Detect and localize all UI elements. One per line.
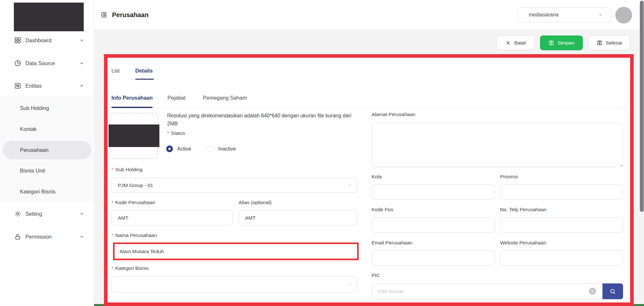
gear-icon	[14, 210, 21, 217]
finish-button[interactable]: Selesai	[589, 35, 630, 50]
save-icon	[597, 40, 602, 46]
sidebar-item-kontak[interactable]: Kontak	[0, 123, 94, 135]
sidebar-item-label: Sub Holding	[20, 105, 49, 111]
sidebar-item-label: Kategori Bisnis	[20, 189, 55, 195]
sidebar-item-label: Setting	[25, 211, 42, 217]
radio-active[interactable]	[166, 145, 173, 152]
page-title: Perusahaan	[112, 0, 148, 30]
annotation-red-highlight	[113, 242, 359, 260]
divider	[108, 108, 630, 108]
workspace-select-value: mediasarana	[529, 12, 559, 18]
website-label: Website Perusahaan	[500, 240, 546, 246]
upload-hint-text: Resolusi yang direkomendasikan adalah 64…	[167, 112, 354, 128]
kategori-bisnis-select[interactable]	[111, 276, 357, 292]
chevron-up-icon	[79, 83, 84, 88]
save-button-label: Simpan	[557, 40, 574, 46]
status-label: *Status	[167, 130, 185, 136]
chevron-down-icon	[347, 282, 352, 287]
alias-label: Alias (optional)	[239, 200, 272, 205]
subtab-pejabat[interactable]: Pejabat	[167, 95, 185, 101]
sidebar-item-label: Permission	[25, 234, 52, 240]
top-header: Perusahaan mediasarana	[94, 0, 644, 30]
sidebar-item-sub-holding[interactable]: Sub Holding	[0, 102, 94, 114]
sidebar-item-data-source[interactable]: Data Source	[0, 57, 94, 70]
clear-icon[interactable]	[589, 288, 596, 295]
sidebar-item-perusahaan-active[interactable]: Perusahaan	[3, 141, 91, 159]
kota-label: Kota	[372, 174, 382, 180]
sidebar: Dashboard Data Source Entitas Sub Holdin…	[0, 0, 94, 306]
tab-list[interactable]: List	[111, 68, 120, 74]
status-radio-group: Active Inactive	[166, 145, 236, 152]
email-input[interactable]	[372, 251, 495, 266]
sub-holding-select[interactable]: PJM Group - 01	[111, 178, 357, 193]
chevron-down-icon	[79, 61, 84, 66]
tab-details-underline	[135, 79, 154, 80]
alamat-textarea[interactable]	[372, 123, 623, 167]
alias-input[interactable]	[239, 210, 357, 225]
entitas-submenu: Sub Holding Kontak Perusahaan Bisnis Uni…	[0, 96, 94, 202]
email-label: Email Perusahaan	[372, 240, 412, 246]
cancel-button-label: Batal	[514, 40, 526, 46]
kode-pos-input[interactable]	[372, 217, 495, 232]
sub-holding-label: *Sub Holding	[111, 167, 143, 173]
pic-field-group	[372, 283, 623, 299]
sliders-icon	[14, 82, 21, 89]
app-logo	[14, 3, 84, 31]
uploaded-logo-redacted	[109, 124, 159, 147]
subtab-info-perusahaan[interactable]: Info Perusahaan	[111, 95, 153, 101]
kode-perusahaan-label: *Kode Perusahaan	[111, 200, 155, 205]
kota-input[interactable]	[372, 184, 495, 200]
alamat-label: Alamat Perusahaan	[372, 112, 415, 117]
pic-label: PIC	[372, 272, 380, 278]
sidebar-item-setting[interactable]: Setting	[0, 207, 94, 220]
sidebar-item-label: Bisnis Unit	[20, 168, 45, 174]
vertical-scrollbar-thumb[interactable]	[640, 1, 644, 212]
radio-inactive-label: Inactive	[218, 146, 236, 152]
sidebar-item-permission[interactable]: Permission	[0, 230, 94, 243]
subtab-pemegang-saham[interactable]: Pemegang Saham	[203, 95, 247, 101]
telp-input[interactable]	[500, 217, 623, 232]
pie-chart-icon	[14, 60, 21, 67]
radio-inactive[interactable]	[207, 145, 214, 152]
pic-input[interactable]	[372, 283, 623, 299]
kode-pos-label: Kode Pos	[372, 207, 393, 212]
search-button[interactable]	[602, 283, 623, 299]
required-marker: *	[167, 130, 169, 136]
subtab-active-underline	[111, 107, 153, 108]
kategori-bisnis-label: *Kategori Bisnis	[111, 265, 148, 271]
sidebar-item-label: Data Source	[25, 60, 55, 66]
grid-icon	[14, 37, 21, 44]
menu-fold-icon[interactable]	[100, 11, 108, 19]
sidebar-item-label: Perusahaan	[20, 147, 49, 153]
provinsi-input[interactable]	[500, 184, 623, 200]
sidebar-item-label: Entitas	[25, 83, 42, 89]
search-icon	[609, 288, 616, 295]
telp-label: No. Telp Perusahaan	[500, 207, 546, 212]
sidebar-item-label: Kontak	[20, 126, 36, 132]
finish-button-label: Selesai	[606, 40, 622, 46]
nama-perusahaan-label: *Nama Perusahaan	[111, 232, 157, 238]
lock-icon	[14, 233, 21, 240]
chevron-down-icon	[79, 211, 84, 216]
sidebar-item-bisnis-unit[interactable]: Bisnis Unit	[0, 164, 94, 177]
avatar[interactable]	[615, 7, 632, 24]
save-button[interactable]: Simpan	[540, 35, 583, 50]
chevron-down-icon	[347, 183, 352, 188]
website-input[interactable]	[500, 251, 623, 266]
radio-active-label: Active	[177, 146, 191, 152]
save-icon	[548, 40, 554, 46]
chevron-down-icon	[79, 38, 84, 43]
sidebar-item-dashboard[interactable]: Dashboard	[0, 34, 94, 47]
kode-perusahaan-input[interactable]	[111, 210, 233, 225]
sidebar-item-entitas[interactable]: Entitas	[0, 79, 94, 92]
sub-holding-select-value: PJM Group - 01	[118, 183, 153, 188]
sidebar-item-kategori-bisnis[interactable]: Kategori Bisnis	[0, 185, 94, 198]
close-icon	[505, 40, 511, 46]
tab-details[interactable]: Details	[135, 68, 153, 74]
divider	[108, 80, 630, 80]
nama-perusahaan-input[interactable]	[115, 244, 357, 259]
chevron-down-icon	[598, 12, 603, 17]
workspace-select[interactable]: mediasarana	[518, 7, 611, 22]
cancel-button[interactable]: Batal	[497, 35, 535, 50]
sidebar-item-label: Dashboard	[25, 37, 52, 44]
